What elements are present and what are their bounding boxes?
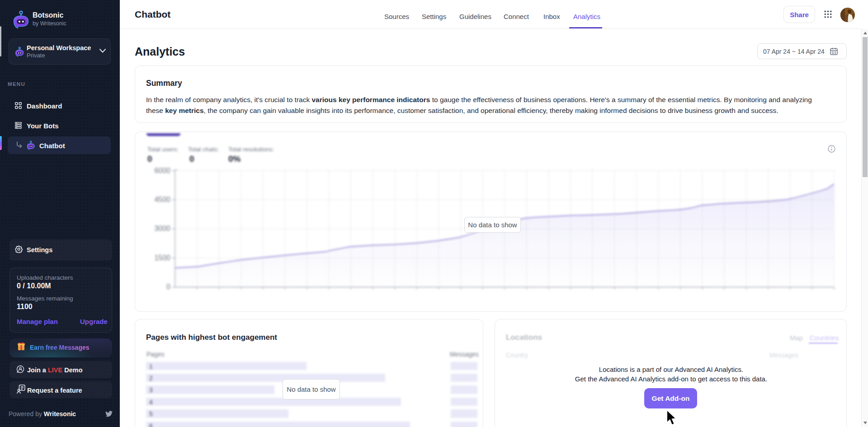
svg-text:6000: 6000: [154, 167, 170, 174]
svg-text:0: 0: [166, 283, 170, 291]
svg-text:4500: 4500: [154, 196, 170, 203]
svg-text:3000: 3000: [154, 225, 170, 232]
svg-text:1500: 1500: [154, 254, 170, 262]
